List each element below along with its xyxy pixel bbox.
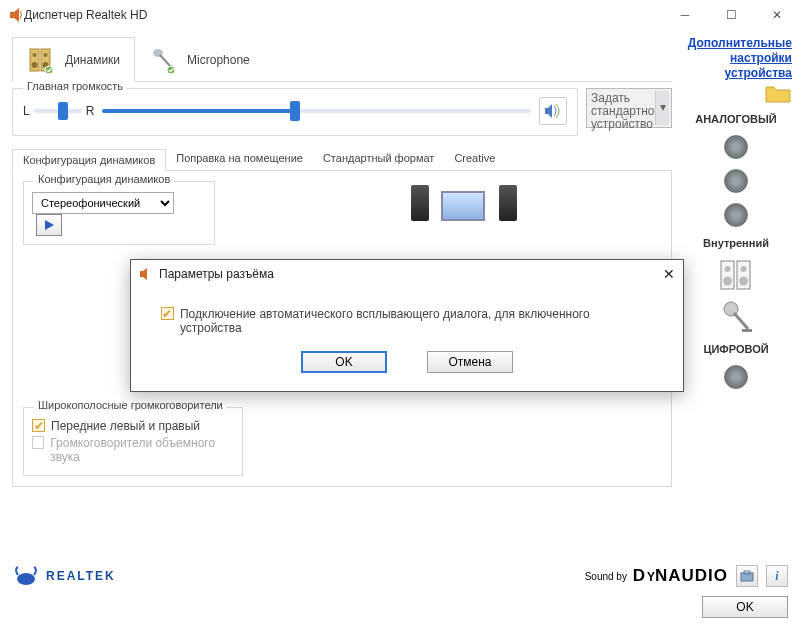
info-icon: i: [775, 569, 778, 584]
svg-point-21: [17, 573, 35, 585]
test-play-button[interactable]: [36, 214, 62, 236]
svg-point-4: [44, 53, 48, 57]
subtab-room[interactable]: Поправка на помещение: [166, 148, 313, 170]
advanced-settings-link[interactable]: Дополнительные настройки устройства: [680, 36, 792, 81]
speaker-app-icon: [8, 7, 24, 23]
speakers-icon: [27, 45, 57, 75]
volume-slider[interactable]: [102, 109, 531, 113]
balance-slider[interactable]: L R: [23, 104, 94, 118]
dialog-close-button[interactable]: ✕: [663, 266, 675, 282]
svg-rect-20: [742, 329, 752, 332]
subtab-format[interactable]: Стандартный формат: [313, 148, 444, 170]
info-button[interactable]: i: [766, 565, 788, 587]
scene-monitor: [441, 191, 485, 221]
mute-button[interactable]: [539, 97, 567, 125]
wideband-title: Широкополосные громкоговорители: [34, 399, 227, 411]
svg-point-17: [723, 277, 732, 286]
main-volume-group: Главная громкость L R: [12, 88, 578, 136]
surround-label: Громкоговорители объемного звука: [50, 436, 234, 464]
tab-speakers-label: Динамики: [65, 53, 120, 67]
config-subtabs: Конфигурация динамиков Поправка на помещ…: [12, 148, 672, 171]
tab-speakers[interactable]: Динамики: [12, 37, 135, 82]
front-lr-checkbox[interactable]: ✔: [32, 419, 45, 432]
front-lr-label: Передние левый и правый: [51, 419, 200, 433]
folder-icon[interactable]: [764, 81, 792, 105]
main-volume-title: Главная громкость: [23, 80, 127, 92]
balance-left-label: L: [23, 104, 30, 118]
realtek-text: REALTEK: [46, 569, 116, 583]
realtek-crab-icon: [12, 565, 40, 587]
balance-right-label: R: [86, 104, 95, 118]
analog-port-3[interactable]: [724, 203, 748, 227]
play-icon: [43, 219, 55, 231]
toolbox-icon: [740, 569, 754, 583]
soundby-label: Sound by: [585, 571, 627, 582]
window-titlebar: Диспетчер Realtek HD ─ ☐ ✕: [0, 0, 800, 30]
default-device-label: Задать стандартное устройство: [591, 91, 661, 131]
digital-section-label: ЦИФРОВОЙ: [680, 343, 792, 355]
speaker-config-select[interactable]: Стереофонический: [32, 192, 174, 214]
scene-speaker-right[interactable]: [499, 185, 517, 221]
scene-speaker-left[interactable]: [411, 185, 429, 221]
dialog-title: Параметры разъёма: [159, 267, 274, 281]
digital-port-1[interactable]: [724, 365, 748, 389]
chevron-down-icon: ▾: [655, 91, 669, 125]
sound-wave-icon: [543, 101, 563, 121]
maximize-button[interactable]: ☐: [708, 0, 754, 30]
internal-section-label: Внутренний: [680, 237, 792, 249]
speaker-config-title: Конфигурация динамиков: [34, 173, 174, 185]
realtek-logo: REALTEK: [12, 565, 116, 587]
svg-point-5: [32, 62, 38, 68]
subtab-config[interactable]: Конфигурация динамиков: [12, 149, 166, 171]
minimize-button[interactable]: ─: [662, 0, 708, 30]
dialog-ok-button[interactable]: OK: [301, 351, 387, 373]
default-device-dropdown[interactable]: Задать стандартное устройство ▾: [586, 88, 672, 128]
dialog-cancel-button[interactable]: Отмена: [427, 351, 513, 373]
svg-point-3: [33, 53, 37, 57]
svg-marker-12: [45, 220, 54, 230]
auto-popup-checkbox[interactable]: ✔: [161, 307, 174, 320]
svg-marker-0: [10, 8, 19, 22]
svg-marker-11: [545, 104, 552, 118]
surround-checkbox: [32, 436, 44, 449]
speaker-app-icon: [139, 267, 153, 281]
window-title: Диспетчер Realtek HD: [24, 8, 662, 22]
svg-point-18: [739, 277, 748, 286]
footer: REALTEK Sound by DYNAUDIO i: [12, 558, 788, 594]
internal-mic-icon[interactable]: [718, 299, 754, 335]
wideband-group: Широкополосные громкоговорители ✔ Передн…: [23, 407, 243, 476]
analog-section-label: АНАЛОГОВЫЙ: [680, 113, 792, 125]
tab-microphone-label: Microphone: [187, 53, 250, 67]
microphone-icon: [149, 45, 179, 75]
subtab-creative[interactable]: Creative: [444, 148, 505, 170]
connector-settings-dialog: Параметры разъёма ✕ ✔ Подключение автома…: [130, 259, 684, 392]
svg-point-16: [741, 266, 747, 272]
svg-marker-24: [140, 268, 147, 280]
analog-port-1[interactable]: [724, 135, 748, 159]
tab-microphone[interactable]: Microphone: [135, 37, 264, 82]
internal-speakers-icon[interactable]: [718, 257, 754, 293]
dialog-titlebar: Параметры разъёма ✕: [131, 260, 683, 288]
toolbox-button[interactable]: [736, 565, 758, 587]
close-button[interactable]: ✕: [754, 0, 800, 30]
analog-port-2[interactable]: [724, 169, 748, 193]
svg-point-15: [725, 266, 731, 272]
speaker-config-group: Конфигурация динамиков Стереофонический: [23, 181, 215, 245]
dynaudio-logo: DYNAUDIO: [627, 566, 728, 586]
device-tabs: Динамики Microphone: [12, 36, 672, 82]
auto-popup-label: Подключение автоматического всплывающего…: [180, 307, 653, 335]
main-ok-button[interactable]: OK: [702, 596, 788, 618]
